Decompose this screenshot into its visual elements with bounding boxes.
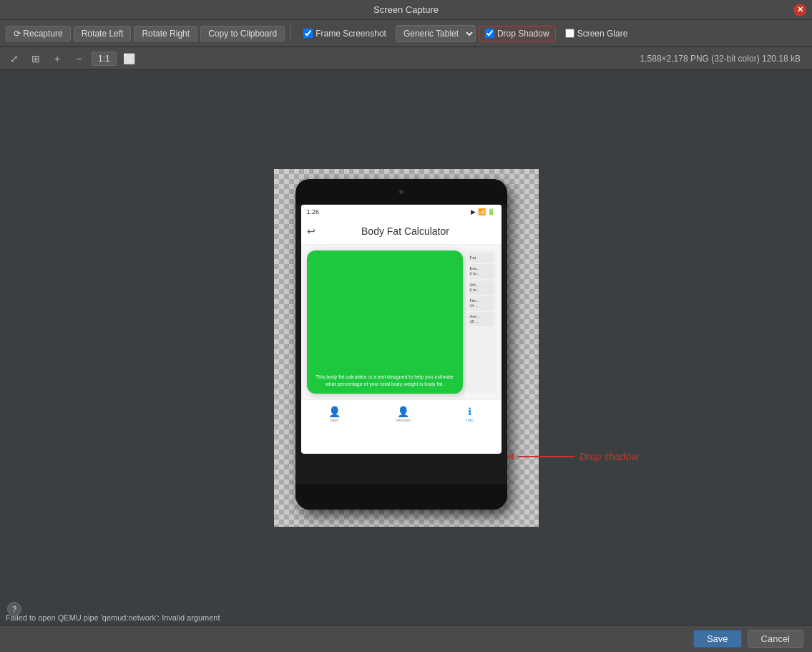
save-button[interactable]: Save	[693, 630, 742, 648]
drop-shadow-group[interactable]: Drop Shadow	[479, 26, 556, 42]
fit-to-window-button[interactable]: ⤢	[6, 50, 23, 67]
man-icon: 👤	[328, 406, 341, 417]
cancel-button[interactable]: Cancel	[748, 630, 803, 648]
tablet-top-bar	[295, 179, 507, 205]
rotate-left-button[interactable]: Rotate Left	[74, 26, 132, 42]
bottom-bar: ? Save Cancel	[0, 625, 812, 652]
status-icons: ▶ 📶 🔋	[471, 208, 495, 215]
annotation-line	[518, 456, 575, 457]
card-description: This body fat calculator is a tool desig…	[313, 374, 457, 388]
rotate-right-button[interactable]: Rotate Right	[134, 26, 197, 42]
drop-shadow-checkbox[interactable]	[485, 29, 494, 38]
tablet-camera	[399, 190, 403, 194]
main-toolbar: ⟳ Recapture Rotate Left Rotate Right Cop…	[0, 20, 812, 47]
frame-screenshot-label: Frame Screenshot	[315, 29, 386, 39]
nav-label-info: Info	[466, 418, 474, 422]
screen-glare-label: Screen Glare	[577, 29, 628, 39]
info-icon: ℹ	[468, 406, 471, 417]
zoom-level: 1:1	[92, 52, 117, 66]
nav-item-woman[interactable]: 👤 Woman	[396, 406, 411, 422]
back-icon: ↩	[307, 225, 315, 237]
drop-shadow-annotation: Drop shadow	[508, 451, 639, 462]
tablet-frame: 1:26 ▶ 📶 🔋 ↩ Body Fat Calculator This bo…	[295, 179, 507, 510]
title-bar: Screen Capture ✕	[0, 0, 812, 20]
zoom-controls: ⤢ ⊞ + − 1:1 ⬜	[6, 50, 138, 67]
side-item-average: Ave...18 ...	[469, 312, 494, 326]
window-title: Screen Capture	[373, 4, 439, 15]
close-button[interactable]: ✕	[793, 4, 806, 16]
bottom-nav: 👤 Man 👤 Woman ℹ Info	[301, 399, 502, 428]
tablet-bottom-bar	[295, 484, 507, 510]
annotation-text: Drop shadow	[579, 451, 639, 462]
side-item-fat: Fat	[469, 253, 494, 263]
frame-screenshot-group[interactable]: Frame Screenshot	[297, 26, 393, 42]
device-select[interactable]: Generic Tablet	[396, 25, 476, 42]
grid-button[interactable]: ⊞	[27, 50, 44, 67]
side-item-fitness: Fitn...14 ...	[469, 296, 494, 311]
aspect-ratio-button[interactable]: ⬜	[121, 50, 138, 67]
app-content: This body fat calculator is a tool desig…	[301, 245, 502, 399]
screen-glare-group[interactable]: Screen Glare	[559, 26, 635, 42]
separator	[290, 25, 291, 42]
tablet-screen: 1:26 ▶ 📶 🔋 ↩ Body Fat Calculator This bo…	[301, 205, 502, 454]
zoom-in-button[interactable]: +	[49, 50, 66, 67]
frame-screenshot-checkbox[interactable]	[303, 29, 313, 38]
drop-shadow-label: Drop Shadow	[497, 29, 549, 39]
zoom-out-button[interactable]: −	[70, 50, 87, 67]
side-item-essential: Ess...2 to...	[469, 264, 494, 278]
side-panel: Fat Ess...2 to... Ath...6 to... Fitn...1…	[467, 250, 496, 394]
device-container: 1:26 ▶ 📶 🔋 ↩ Body Fat Calculator This bo…	[274, 169, 539, 527]
recapture-button[interactable]: ⟳ Recapture	[6, 26, 71, 42]
help-button[interactable]: ?	[7, 602, 21, 616]
status-strip: Failed to open QEMU pipe 'qemud:network'…	[0, 610, 812, 625]
app-bar-title: Body Fat Calculator	[315, 225, 496, 237]
status-message: Failed to open QEMU pipe 'qemud:network'…	[6, 613, 220, 622]
file-info: 1,588×2,178 PNG (32-bit color) 120.18 kB	[640, 54, 801, 64]
action-buttons: Save Cancel	[693, 630, 803, 648]
nav-item-man[interactable]: 👤 Man	[328, 406, 341, 422]
nav-label-woman: Woman	[396, 418, 411, 422]
green-card: This body fat calculator is a tool desig…	[307, 250, 463, 394]
copy-to-clipboard-button[interactable]: Copy to Clipboard	[200, 26, 285, 42]
canvas-area: 1:26 ▶ 📶 🔋 ↩ Body Fat Calculator This bo…	[0, 70, 812, 625]
status-time: 1:26	[307, 208, 320, 215]
woman-icon: 👤	[397, 406, 409, 417]
secondary-toolbar: ⤢ ⊞ + − 1:1 ⬜ 1,588×2,178 PNG (32-bit co…	[0, 47, 812, 70]
screen-glare-checkbox[interactable]	[565, 29, 574, 38]
status-bar: 1:26 ▶ 📶 🔋	[301, 205, 502, 219]
annotation-arrow	[508, 453, 514, 460]
side-item-athletic: Ath...6 to...	[469, 281, 494, 295]
nav-label-man: Man	[331, 418, 339, 422]
app-bar: ↩ Body Fat Calculator	[301, 219, 502, 245]
nav-item-info[interactable]: ℹ Info	[466, 406, 474, 422]
